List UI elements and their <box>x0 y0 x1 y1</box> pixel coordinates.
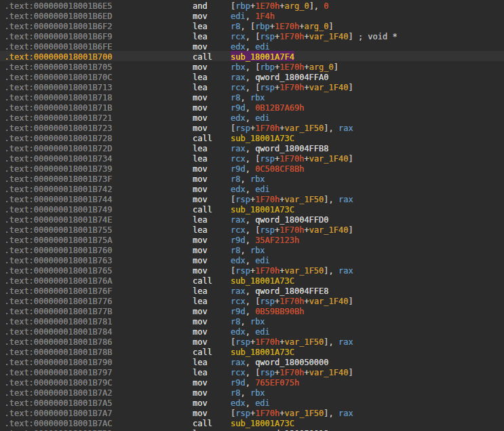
instruction-line[interactable]: .text:000000018001B744mov[rsp+1F70h+var_… <box>0 193 504 204</box>
register-operand[interactable]: r9d <box>231 307 246 316</box>
register-operand[interactable]: rbx <box>250 246 265 255</box>
stack-variable[interactable]: var_1F50 <box>285 337 324 347</box>
subroutine-name[interactable]: sub_18001A73C <box>231 348 294 357</box>
register-operand[interactable]: rsp <box>235 409 250 418</box>
register-operand[interactable]: rax <box>231 286 246 296</box>
register-operand[interactable]: rbp <box>260 62 275 72</box>
register-operand[interactable]: edi <box>255 185 270 194</box>
data-name-operand[interactable]: qword_18004FFE8 <box>255 286 328 296</box>
data-name-operand[interactable]: qword_180050000 <box>255 358 328 367</box>
register-operand[interactable]: edi <box>255 398 270 408</box>
register-operand[interactable]: rbx <box>250 93 265 102</box>
data-name-operand[interactable]: qword_18004FFD0 <box>255 215 328 225</box>
stack-variable[interactable]: var_1F50 <box>285 266 324 276</box>
register-operand[interactable]: rax <box>338 124 353 133</box>
register-operand[interactable]: rsp <box>235 337 250 347</box>
register-operand[interactable]: rcx <box>231 225 246 235</box>
instruction-line[interactable]: .text:000000018001B7A7mov[rsp+1F70h+var_… <box>0 407 504 417</box>
register-operand[interactable]: rbx <box>231 62 246 72</box>
instruction-line[interactable]: .text:000000018001B713learcx, [rsp+1F70h… <box>0 81 504 92</box>
register-operand[interactable]: r9d <box>231 378 246 388</box>
register-operand[interactable]: edi <box>255 327 270 337</box>
stack-variable[interactable]: var_1F40 <box>309 368 349 377</box>
instruction-line[interactable]: .text:000000018001B7A2movr8, rbx <box>0 387 504 397</box>
register-operand[interactable]: rsp <box>260 154 275 164</box>
stack-variable[interactable]: arg_0 <box>304 22 328 31</box>
register-operand[interactable]: rbx <box>250 388 265 398</box>
register-operand[interactable]: rsp <box>260 32 275 41</box>
register-operand[interactable]: rsp <box>260 83 275 92</box>
instruction-line[interactable]: .text:000000018001B786mov[rsp+1F70h+var_… <box>0 336 504 346</box>
register-operand[interactable]: rsp <box>260 225 275 235</box>
register-operand[interactable]: r8 <box>231 388 240 398</box>
instruction-line[interactable]: .text:000000018001B6FEmovedx, edi <box>0 41 504 51</box>
register-operand[interactable]: edx <box>231 42 246 52</box>
register-operand[interactable]: rbp <box>255 22 270 31</box>
register-operand[interactable]: rax <box>231 73 246 82</box>
register-operand[interactable]: r9d <box>231 164 246 174</box>
register-operand[interactable]: r9d <box>231 236 246 245</box>
register-operand[interactable]: rax <box>338 337 353 347</box>
register-operand[interactable]: rbp <box>235 1 250 11</box>
instruction-line[interactable]: .text:000000018001B6F2lear8, [rbp+1E70h+… <box>0 20 504 31</box>
selected-identifier[interactable]: sub_18001A7F4 <box>231 52 294 62</box>
stack-variable[interactable]: var_1F40 <box>309 297 349 306</box>
data-name-operand[interactable]: qword_18004FFA0 <box>255 73 328 82</box>
subroutine-name[interactable]: sub_18001A73C <box>231 276 294 286</box>
instruction-line[interactable]: .text:000000018001B728callsub_18001A73C <box>0 132 504 143</box>
register-operand[interactable]: edi <box>255 256 270 265</box>
register-operand[interactable]: rcx <box>231 154 246 164</box>
instruction-line[interactable]: .text:000000018001B739movr9d, 0C508CF8Bh <box>0 163 504 173</box>
register-operand[interactable]: edx <box>231 256 246 265</box>
subroutine-name[interactable]: sub_18001A73C <box>231 205 294 214</box>
register-operand[interactable]: r8 <box>231 174 240 184</box>
instruction-line[interactable]: .text:000000018001B70Clearax, qword_1800… <box>0 71 504 81</box>
instruction-line[interactable]: .text:000000018001B760movr8, rbx <box>0 244 504 255</box>
instruction-line[interactable]: .text:000000018001B75Amovr9d, 35AF2123h <box>0 234 504 244</box>
register-operand[interactable]: rax <box>338 409 353 418</box>
register-operand[interactable]: edx <box>231 113 246 123</box>
stack-variable[interactable]: var_1F50 <box>285 195 324 204</box>
register-operand[interactable]: rsp <box>260 297 275 306</box>
stack-variable[interactable]: var_1F40 <box>309 225 349 235</box>
stack-variable[interactable]: var_1F50 <box>285 124 324 133</box>
subroutine-name[interactable]: sub_18001A73C <box>231 419 294 428</box>
instruction-line[interactable]: .text:000000018001B718movr8, rbx <box>0 92 504 102</box>
instruction-line[interactable]: .text:000000018001B7B1learax, qword_1800… <box>0 428 504 431</box>
stack-variable[interactable]: var_1F40 <box>309 154 349 164</box>
instruction-line[interactable]: .text:000000018001B765mov[rsp+1F70h+var_… <box>0 265 504 275</box>
instruction-line[interactable]: .text:000000018001B763movedx, edi <box>0 255 504 265</box>
register-operand[interactable]: r8 <box>231 317 240 326</box>
instruction-line[interactable]: .text:000000018001B749callsub_18001A73C <box>0 204 504 214</box>
data-name-operand[interactable]: qword_18004FFB8 <box>255 144 328 153</box>
register-operand[interactable]: rax <box>231 215 246 225</box>
instruction-line[interactable]: .text:000000018001B781movr8, rbx <box>0 316 504 326</box>
instruction-line[interactable]: .text:000000018001B721movedx, edi <box>0 112 504 122</box>
instruction-line[interactable]: .text:000000018001B73Fmovr8, rbx <box>0 173 504 183</box>
instruction-line[interactable]: .text:000000018001B6E5and[rbp+1E70h+arg_… <box>0 0 504 10</box>
register-operand[interactable]: rax <box>231 144 246 153</box>
instruction-line[interactable]: .text:000000018001B7ACcallsub_18001A73C <box>0 417 504 428</box>
instruction-line[interactable]: .text:000000018001B734learcx, [rsp+1F70h… <box>0 153 504 163</box>
instruction-line[interactable]: .text:000000018001B76Flearax, qword_1800… <box>0 285 504 295</box>
register-operand[interactable]: r8 <box>231 246 240 255</box>
instruction-line[interactable]: .text:000000018001B776learcx, [rsp+1F70h… <box>0 295 504 305</box>
register-operand[interactable]: rax <box>338 266 353 276</box>
instruction-line[interactable]: .text:000000018001B784movedx, edi <box>0 326 504 336</box>
instruction-line[interactable]: .text:000000018001B77Bmovr9d, 0B59BB90Bh <box>0 305 504 316</box>
stack-variable[interactable]: var_1F50 <box>285 409 324 418</box>
register-operand[interactable]: rsp <box>235 195 250 204</box>
instruction-line[interactable]: .text:000000018001B742movedx, edi <box>0 183 504 193</box>
register-operand[interactable]: rsp <box>260 368 275 377</box>
instruction-line[interactable]: .text:000000018001B72Dlearax, qword_1800… <box>0 143 504 153</box>
stack-variable[interactable]: arg_0 <box>309 62 334 72</box>
instruction-line[interactable]: .text:000000018001B71Bmovr9d, 0B12B7A69h <box>0 102 504 112</box>
register-operand[interactable]: rbx <box>250 317 265 326</box>
register-operand[interactable]: edx <box>231 185 246 194</box>
register-operand[interactable]: edi <box>255 42 270 52</box>
register-operand[interactable]: rcx <box>231 32 246 41</box>
stack-variable[interactable]: var_1F40 <box>309 32 349 41</box>
register-operand[interactable]: edi <box>255 113 270 123</box>
instruction-line[interactable]: .text:000000018001B797learcx, [rsp+1F70h… <box>0 367 504 377</box>
register-operand[interactable]: r8 <box>231 93 240 102</box>
